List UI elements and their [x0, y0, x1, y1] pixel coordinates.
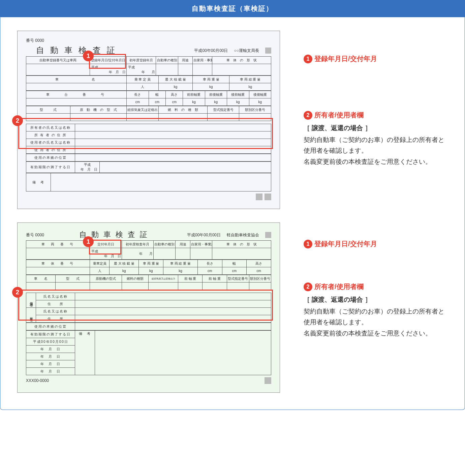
cert2-loc: 使用の本拠の位置 — [26, 323, 271, 330]
h2-shape: 車 体 の 形 状 — [212, 241, 271, 248]
h-ax4: 後後軸重 — [249, 91, 271, 98]
h-fuel: 燃 料 の 種 類 — [158, 106, 207, 114]
h2-class: 類別区分番号 — [249, 275, 271, 282]
h2-expiry: 有効期限の満了する日 — [26, 331, 75, 338]
v-heisei2: 平成 — [128, 65, 135, 69]
number-label-2: 番号 — [26, 233, 34, 237]
h-use: 用途 — [178, 57, 193, 64]
certificate-kei: 1 2 番号 0000 自動車検査証 平成00年00月00日 軽自動車検査協会 — [17, 222, 280, 393]
h-hei: 高さ — [166, 91, 183, 98]
h2-wid: 幅 — [222, 260, 247, 267]
number-value-2: 0000 — [35, 233, 44, 237]
h2-use: 用途 — [176, 241, 190, 248]
v2-expiry: 平成00年00月00日 — [26, 338, 75, 346]
u-cm3: cm — [166, 98, 183, 106]
h-location: 使用の本拠の位置 — [26, 154, 75, 161]
h2-engine: 原動機の型式 — [90, 275, 122, 282]
h2-firstinsp: 初年度検査年月 — [122, 241, 154, 248]
u2-p: 人 — [90, 267, 110, 275]
h-weight: 車 両 重 量 — [193, 76, 229, 83]
h-private: 自家用・事業用の別 — [193, 57, 212, 64]
cert-date: 平成00年00月00日 — [194, 48, 228, 54]
u2-cm2: cm — [222, 267, 247, 275]
h-carname: 車 名 — [26, 76, 127, 83]
footer-boxes-2 — [265, 377, 271, 384]
cert2-date: 平成00年00月00日 — [187, 232, 221, 238]
anno2-sub: ［ 譲渡、返還の場合 ］ — [304, 124, 448, 132]
u2-kg2: kg — [139, 267, 163, 275]
cert1-notes: 備 考 — [26, 173, 271, 191]
h2-type: 自動車の種別 — [154, 241, 176, 248]
h-wid: 幅 — [149, 91, 166, 98]
h-class: 類別区分番号 — [239, 106, 271, 114]
u-kg2: kg — [193, 83, 229, 91]
cert2-grid: 車 両 番 号 交付年月日 初年度検査年月 自動車の種別 用途 自家用・事業用の… — [26, 240, 271, 260]
h-model: 型 式 — [26, 106, 70, 114]
h2-cap: 乗車定員 — [90, 260, 110, 267]
anno2-body: 契約自動車（ご契約のお車）の登録上の所有者と使用者を確認します。 名義変更前後の… — [304, 135, 448, 167]
cert2-grid2: 車 体 番 号 乗車定員 最 大 積 載 量 車 両 重 量 車 両 総 重 量… — [26, 260, 271, 275]
u-kg4: kg — [183, 98, 205, 106]
annotations-2: 1登録年月日/交付年月 2所有者/使用者欄 ［ 譲渡、返還の場合 ］ 契約自動車… — [304, 222, 448, 339]
h2-desig: 型式指定番号 — [227, 275, 249, 282]
anno1-title: 登録年月日/交付年月 — [314, 54, 377, 63]
h-engine: 原 動 機 の 型 式 — [70, 106, 126, 114]
h2-private: 自家用・事業用の別 — [190, 241, 212, 248]
cert1-grid2: 車 名 乗 車 定 員 最 大 積 載 量 車 両 重 量 車 両 総 重 量 … — [26, 76, 271, 91]
u-kg7: kg — [249, 98, 271, 106]
u-person: 人 — [127, 83, 159, 91]
h2-notes: 備 考 — [75, 331, 95, 375]
h2-load: 最 大 積 載 量 — [110, 260, 139, 267]
h-shape: 車 体 の 形 状 — [212, 57, 271, 64]
h-type: 自動車の種別 — [156, 57, 178, 64]
u2-kg: kg — [110, 267, 139, 275]
u-cm: cm — [127, 98, 149, 106]
cert-issuer: ○○運輸支局長 — [234, 48, 259, 54]
callout-badge-2: 2 — [12, 115, 23, 126]
cert2-grid3: 車 名 型 式 原動機の型式 燃料の種類 総排気量又は定格出力 前 軸 重 前 … — [26, 275, 271, 290]
h-ax3: 後前軸重 — [227, 91, 249, 98]
dr2: 年 月 日 — [26, 353, 75, 360]
footer-boxes — [256, 194, 271, 200]
side-badge-1b: 1 — [304, 240, 312, 248]
cert2-exp: 有効期限の満了する日 備 考 平成00年00月00日 年 月 日 年 月 日 年… — [26, 330, 271, 375]
v-ymd: 年 月 日 — [109, 70, 126, 75]
dr3: 年 月 日 — [26, 360, 75, 368]
annotations-1: 1登録年月日/交付年月 2所有者/使用者欄 ［ 譲渡、返還の場合 ］ 契約自動車… — [304, 31, 448, 167]
anno2-title: 所有者/使用者欄 — [314, 111, 364, 120]
h-regnum: 自動車登録番号又は車両 — [26, 57, 90, 64]
h-len: 長さ — [127, 91, 149, 98]
v-ym: 年 月 — [142, 70, 155, 75]
u-kg5: kg — [205, 98, 227, 106]
dr4: 年 月 日 — [26, 368, 75, 375]
cert2-issuer: 軽自動車検査協会 — [227, 232, 259, 238]
cert1-grid3: 車 台 番 号 長さ 幅 高さ 前前軸重 前後軸重 後前軸重 後後軸重 cm c… — [26, 91, 271, 106]
callout-badge-2b: 2 — [12, 287, 23, 298]
h2-location: 使用の本拠の位置 — [26, 323, 75, 330]
highlight-box-2 — [18, 118, 273, 149]
u-kg: kg — [158, 83, 193, 91]
cert1-exp: 有効期限の満了する日平成 年 月 日 — [26, 161, 271, 173]
h2-hei: 高さ — [247, 260, 271, 267]
h2-vehnum: 車 両 番 号 — [26, 241, 90, 248]
number-label: 番号 — [26, 38, 34, 43]
u2-kg3: kg — [163, 267, 198, 275]
anno2b-sub: ［ 譲渡、返還の場合 ］ — [304, 295, 448, 304]
highlight-box-2b — [18, 290, 273, 321]
number-value: 0000 — [35, 38, 44, 43]
h2-len: 長さ — [197, 260, 222, 267]
callout-badge-1: 1 — [83, 51, 94, 61]
anno2b-body: 契約自動車（ご契約のお車）の登録上の所有者と使用者を確認します。 名義変更前後の… — [304, 306, 448, 339]
side-badge-1: 1 — [304, 55, 312, 63]
h-notes: 備 考 — [26, 173, 51, 191]
seal-placeholder-2 — [265, 232, 271, 238]
side-badge-2b: 2 — [304, 282, 312, 291]
certificate-standard: 1 2 番号 0000 自動車検査証 平成00年00月00日 ○○運輸支局長 — [17, 31, 280, 209]
anno2b-title: 所有者/使用者欄 — [314, 282, 364, 291]
v-expiry: 平成 年 月 日 — [75, 162, 100, 173]
h2-fax: 前 軸 重 — [178, 275, 203, 282]
h2-fuel: 燃料の種類 — [122, 275, 149, 282]
cert1-loc: 使用の本拠の位置 — [26, 154, 271, 161]
h-chassis: 車 台 番 号 — [26, 91, 127, 98]
u-kg3: kg — [229, 83, 271, 91]
